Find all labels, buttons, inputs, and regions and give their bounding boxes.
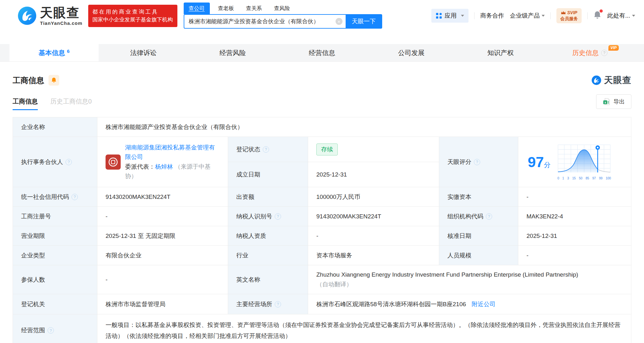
tab-basic-info[interactable]: 基本信息 6 <box>9 44 99 61</box>
value-paid-capital: - <box>518 187 631 206</box>
top-nav: 应用 商务合作 企业级产品 SVIP 会员服务 <box>431 8 635 23</box>
label-contribution: 出资额 <box>228 187 308 206</box>
label-taxpayer-quality: 纳税人资质 <box>228 226 308 245</box>
nav-enterprise-products[interactable]: 企业级产品 <box>510 12 545 20</box>
help-icon[interactable] <box>72 194 78 200</box>
table-row: 企业名称 株洲市湘能能源产业投资基金合伙企业（有限合伙） <box>13 117 631 137</box>
brand-name: 天眼查 <box>40 6 83 19</box>
chevron-down-icon <box>632 15 635 17</box>
table-row: 工商注册号 - 纳税人识别号 91430200MAK3EN224T 组织机构代码… <box>13 207 631 226</box>
main-content: 工商信息 天眼查 工商信息 历史工商信息0 x <box>0 74 644 343</box>
help-icon[interactable] <box>474 159 480 165</box>
top-header: 天眼查 TianYanCha.com 都在用的商业查询工具 国家中小企业发展子基… <box>0 0 644 31</box>
value-business-scope: 一般项目：以私募基金从事股权投资、投资管理、资产管理等活动（须在中国证券投资基金… <box>97 314 631 343</box>
status-badge: 存续 <box>316 143 338 155</box>
tab-operation-info[interactable]: 经营信息 <box>277 44 366 61</box>
label-english-name: 英文名称 <box>228 265 308 294</box>
tab-intellectual-property[interactable]: 知识产权 <box>456 44 545 61</box>
help-icon[interactable] <box>66 159 72 165</box>
table-row: 参保人数 - 英文名称 Zhuzhou Xiangneng Energy Ind… <box>13 265 631 294</box>
notification-bell[interactable] <box>593 11 601 21</box>
value-reg-authority: 株洲市市场监督管理局 <box>97 294 228 314</box>
help-icon[interactable] <box>275 301 281 307</box>
value-establish-date: 2025-12-31 <box>308 162 439 187</box>
crown-icon <box>561 11 566 15</box>
score-distribution-chart: 0131550859799100 <box>557 144 611 180</box>
value-reg-status: 存续 <box>308 137 439 162</box>
help-icon[interactable] <box>275 213 281 220</box>
label-business-address: 主要经营场所 <box>228 294 308 314</box>
label-tyc-score: 天眼评分 <box>439 137 518 187</box>
nav-user-menu[interactable]: 此处有... <box>607 12 635 20</box>
search-button[interactable]: 天眼一下 <box>346 14 382 29</box>
table-row: 执行事务合伙人 湖南能源集团湘投私募基金管理有限公司 委派代表：杨焯林 （来源于… <box>13 137 631 187</box>
bell-icon <box>51 77 57 83</box>
value-contribution: 100000万人民币 <box>308 187 439 206</box>
search-input[interactable] <box>189 18 336 25</box>
table-row: 统一社会信用代码 91430200MAK3EN224T 出资额 100000万人… <box>13 187 631 207</box>
label-approval-date: 核准日期 <box>439 226 518 245</box>
apps-menu[interactable]: 应用 <box>431 9 469 23</box>
partner-company-link[interactable]: 湖南能源集团湘投私募基金管理有限公司 <box>125 144 215 160</box>
subtab-business-info[interactable]: 工商信息 <box>13 97 38 110</box>
apps-grid-icon <box>436 13 442 19</box>
label-credit-code: 统一社会信用代码 <box>13 187 97 206</box>
label-taxpayer-id: 纳税人识别号 <box>228 207 308 226</box>
value-insured-count: - <box>97 265 228 294</box>
value-tyc-score: 97分 <box>518 137 631 187</box>
label-company-name: 企业名称 <box>13 117 97 137</box>
chevron-down-icon <box>542 15 545 17</box>
label-industry: 行业 <box>228 246 308 265</box>
tianyancha-swirl-icon <box>591 75 601 85</box>
tianyancha-swirl-icon <box>17 6 37 25</box>
label-paid-capital: 实缴资本 <box>439 187 518 206</box>
search-tab-risk[interactable]: 查风险 <box>270 3 294 14</box>
export-button[interactable]: x 导出 <box>596 94 631 109</box>
nav-business-cooperation[interactable]: 商务合作 <box>480 12 504 20</box>
tab-legal-litigation[interactable]: 法律诉讼 <box>99 44 188 61</box>
table-row: 营业期限 2025-12-31 至 无固定期限 纳税人资质 - 核准日期 202… <box>13 226 631 246</box>
search-tab-relation[interactable]: 查关系 <box>242 3 266 14</box>
excel-icon: x <box>603 98 610 105</box>
value-staff-size: - <box>518 246 631 265</box>
vip-badge: VIP <box>608 45 619 51</box>
help-icon[interactable] <box>263 146 269 153</box>
slogan-badge: 都在用的商业查询工具 国家中小企业发展子基金旗下机构 <box>88 5 177 27</box>
tianyancha-logo[interactable]: 天眼查 TianYanCha.com <box>17 6 83 25</box>
value-company-name: 株洲市湘能能源产业投资基金合伙企业（有限合伙） <box>97 117 631 137</box>
tianyancha-watermark: 天眼查 <box>591 74 631 86</box>
notification-dot <box>600 9 603 13</box>
chevron-down-icon <box>461 15 464 17</box>
search-tabs: 查公司 查老板 查关系 查风险 <box>184 3 382 14</box>
tab-history-info[interactable]: VIP 历史信息 <box>545 44 635 61</box>
value-reg-number: - <box>97 207 228 226</box>
search-tab-company[interactable]: 查公司 <box>184 3 210 14</box>
search-tab-boss[interactable]: 查老板 <box>214 3 238 14</box>
help-icon[interactable] <box>486 213 492 220</box>
help-icon[interactable] <box>601 50 607 56</box>
label-business-term: 营业期限 <box>13 226 97 245</box>
help-icon[interactable] <box>48 327 54 334</box>
table-row: 经营范围 一般项目：以私募基金从事股权投资、投资管理、资产管理等活动（须在中国证… <box>13 314 631 343</box>
table-row: 企业类型 有限合伙企业 行业 资本市场服务 人员规模 - <box>13 246 631 265</box>
value-org-code: MAK3EN22-4 <box>518 207 631 226</box>
label-insured-count: 参保人数 <box>13 265 97 294</box>
nearby-companies-link[interactable]: 附近公司 <box>472 300 496 308</box>
business-info-table: 企业名称 株洲市湘能能源产业投资基金合伙企业（有限合伙） 执行事务合伙人 湖南能… <box>13 117 631 343</box>
value-taxpayer-quality: - <box>308 226 439 245</box>
table-row: 登记机关 株洲市市场监督管理局 主要经营场所 株洲市石峰区观湖路58号清水塘环湖… <box>13 294 631 314</box>
label-org-code: 组织机构代码 <box>439 207 518 226</box>
subscribe-bell-button[interactable] <box>49 75 59 86</box>
clear-search-icon[interactable] <box>336 18 342 25</box>
tab-company-development[interactable]: 公司发展 <box>367 44 456 61</box>
svg-text:x: x <box>604 101 606 104</box>
value-credit-code: 91430200MAK3EN224T <box>97 187 228 206</box>
svip-member-service[interactable]: SVIP 会员服务 <box>556 8 582 23</box>
brand-domain: TianYanCha.com <box>40 21 83 25</box>
label-reg-status: 登记状态 <box>228 137 308 162</box>
search-area: 查公司 查老板 查关系 查风险 天眼一下 <box>184 3 382 29</box>
subtab-history-business-info[interactable]: 历史工商信息0 <box>50 97 92 110</box>
score-axis-ticks: 0131550859799100 <box>557 177 611 180</box>
representative-link[interactable]: 杨焯林 <box>155 163 173 170</box>
tab-operation-risk[interactable]: 经营风险 <box>188 44 277 61</box>
